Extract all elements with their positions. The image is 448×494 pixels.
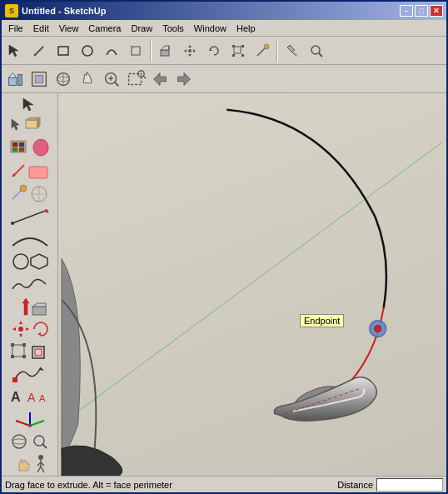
window-title: Untitled - SketchUp [22,6,106,16]
tool-prev-view[interactable] [148,67,172,91]
svg-rect-16 [234,47,241,53]
svg-point-96 [38,455,43,460]
tool-iso-view[interactable] [3,67,27,91]
left-tool-pan[interactable] [6,453,54,475]
svg-line-95 [42,444,47,448]
window-controls: – □ ✕ [400,5,443,17]
menu-window[interactable]: Window [189,22,231,35]
svg-line-39 [143,76,146,78]
svg-rect-48 [12,142,17,147]
svg-rect-81 [32,347,44,358]
viewport[interactable]: Endpoint [58,93,446,476]
left-tool-followme[interactable] [6,363,54,385]
left-tool-select[interactable] [6,95,54,115]
app-window: S Untitled - SketchUp – □ ✕ File Edit Vi… [0,0,448,494]
left-tool-text[interactable]: A A A [6,386,54,407]
tool-select[interactable] [3,39,27,62]
tool-magnify[interactable] [305,39,328,62]
svg-rect-49 [19,142,24,147]
left-tool-axes[interactable] [6,408,54,430]
svg-rect-77 [11,343,14,347]
tool-rectangle[interactable] [52,39,75,62]
svg-rect-37 [129,73,142,84]
svg-point-91 [28,424,32,427]
maximize-button[interactable]: □ [415,5,428,17]
svg-rect-79 [11,355,14,358]
svg-rect-55 [29,167,47,178]
svg-point-23 [311,46,320,54]
toolbar-row-2 [2,65,446,93]
tool-top-view[interactable] [27,67,51,91]
svg-rect-29 [35,75,42,82]
svg-rect-82 [35,349,42,356]
left-tool-pushpull[interactable] [6,296,54,317]
menu-file[interactable]: File [3,22,28,35]
left-toolbar: A A A [2,93,58,476]
left-tool-orbit[interactable] [6,431,54,452]
svg-rect-27 [18,74,22,85]
tool-circle[interactable] [76,39,99,62]
menu-view[interactable]: View [54,22,84,35]
left-tool-eraser[interactable] [6,161,54,182]
tool-orbit[interactable] [52,67,75,91]
menu-help[interactable]: Help [231,22,261,35]
menu-bar: File Edit View Camera Draw Tools Window … [2,20,446,37]
left-tool-component[interactable] [6,116,54,137]
svg-marker-68 [32,303,46,307]
tool-next-view[interactable] [172,67,196,91]
svg-marker-13 [193,49,196,52]
tool-arc[interactable] [100,39,123,62]
tool-push-pull[interactable] [154,39,177,62]
left-tool-arc[interactable] [6,228,54,250]
tool-rotate[interactable] [202,39,226,62]
svg-marker-70 [19,321,22,324]
svg-line-24 [319,53,322,57]
tool-pencil[interactable] [27,39,51,62]
sep1 [150,40,152,62]
distance-label: Distance [337,480,373,490]
toolbars [2,37,446,93]
svg-line-34 [115,82,119,86]
title-bar: S Untitled - SketchUp – □ ✕ [2,2,446,20]
tool-scale[interactable] [226,39,250,62]
left-tool-paint[interactable] [6,138,54,160]
menu-draw[interactable]: Draw [126,22,157,35]
tool-pan[interactable] [76,67,99,91]
left-tool-scale[interactable] [6,341,54,362]
tool-polygon[interactable] [124,39,147,62]
left-tool-line[interactable] [6,206,54,227]
left-tool-move[interactable] [6,318,54,340]
svg-rect-80 [22,355,26,358]
svg-text:A: A [27,391,36,404]
tool-paint[interactable] [281,39,304,62]
svg-marker-10 [188,45,192,47]
svg-rect-17 [232,45,235,47]
left-tool-tape[interactable] [6,183,54,205]
tool-window-select[interactable] [124,67,147,91]
app-icon: S [5,4,18,17]
svg-marker-71 [19,334,22,337]
svg-marker-75 [37,332,41,336]
tool-tape[interactable] [251,39,274,62]
distance-value[interactable] [376,478,443,492]
left-tool-circle[interactable] [6,251,54,272]
svg-marker-12 [184,49,187,52]
svg-marker-8 [161,46,169,50]
menu-tools[interactable]: Tools [157,22,189,35]
canvas-area[interactable]: Endpoint [58,93,446,476]
menu-camera[interactable]: Camera [83,22,126,35]
status-message: Drag face to extrude. Alt = face perimet… [5,480,337,490]
svg-rect-7 [161,50,169,56]
svg-marker-40 [154,72,167,85]
tool-move[interactable] [178,39,202,62]
svg-text:A: A [11,390,21,404]
status-bar: Drag face to extrude. Alt = face perimet… [2,476,446,492]
left-tool-freehand[interactable] [6,273,54,295]
tool-zoom-extents[interactable] [100,67,123,91]
svg-marker-0 [9,45,18,57]
svg-rect-67 [32,307,46,315]
minimize-button[interactable]: – [400,5,413,17]
menu-edit[interactable]: Edit [28,22,54,35]
endpoint-tooltip: Endpoint [300,314,344,327]
close-button[interactable]: ✕ [430,5,443,17]
